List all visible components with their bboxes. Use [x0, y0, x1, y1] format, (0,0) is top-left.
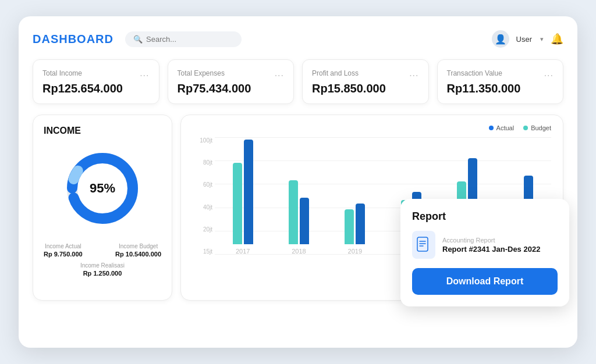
stat-value-income: Rp125.654.000 [42, 82, 123, 95]
legend-budget: Budget [523, 124, 551, 131]
stat-menu-transaction[interactable]: ... [544, 68, 554, 78]
header-right: 👤 User ▾ 🔔 [492, 30, 563, 48]
bar-group-2019: 2019 [327, 128, 383, 255]
y-label-40: 40jt [193, 204, 215, 210]
bottom-section: INCOME 95% Income Actual Rp 9.750.000 [33, 115, 563, 301]
income-title: INCOME [44, 126, 81, 136]
bar-group-2018: 2018 [271, 128, 327, 255]
report-item: Accounting Report Report #2341 Jan-Des 2… [412, 231, 558, 259]
dashboard-container: DASHBOARD 🔍 👤 User ▾ 🔔 Total Income ... … [19, 16, 577, 348]
y-label-15: 15jt [193, 248, 215, 255]
income-actual-label: Income Actual [44, 243, 83, 249]
bars-row-2017 [233, 128, 253, 244]
income-realisasi-value: Rp 1.250.000 [80, 270, 125, 277]
stat-label-transaction: Transaction Value [447, 69, 502, 77]
legend-actual-label: Actual [496, 124, 515, 131]
stat-value-transaction: Rp11.350.000 [447, 82, 521, 95]
stat-card-profit: Profit and Loss ... Rp15.850.000 [302, 59, 429, 104]
report-file-icon [412, 231, 435, 259]
income-actual-stat: Income Actual Rp 9.750.000 [44, 243, 83, 258]
y-label-60: 60jt [193, 181, 215, 188]
year-label-2019: 2019 [348, 248, 362, 255]
year-label-2018: 2018 [292, 248, 306, 255]
bars-row-2019 [345, 128, 365, 244]
actual-dot [489, 126, 494, 130]
bar-group-2017: 2017 [215, 128, 271, 255]
income-stats: Income Actual Rp 9.750.000 Income Budget… [44, 243, 161, 258]
stat-menu-income[interactable]: ... [140, 68, 149, 78]
chevron-down-icon[interactable]: ▾ [540, 35, 544, 43]
income-budget-value: Rp 10.5400.000 [115, 251, 161, 258]
stat-value-profit: Rp15.850.000 [312, 82, 386, 95]
stat-label-profit: Profit and Loss [312, 69, 359, 77]
income-realisasi: Income Realisasi Rp 1.250.000 [80, 262, 125, 277]
dashboard-title: DASHBOARD [33, 33, 113, 46]
bar-budget-2018 [289, 180, 298, 244]
bar-actual-2017 [244, 140, 253, 244]
income-realisasi-label: Income Realisasi [80, 262, 125, 269]
income-budget-label: Income Budget [115, 243, 161, 249]
income-actual-value: Rp 9.750.000 [44, 251, 83, 258]
download-report-button[interactable]: Download Report [412, 268, 558, 295]
search-icon: 🔍 [133, 35, 143, 44]
search-input[interactable] [146, 35, 228, 44]
svg-rect-3 [417, 237, 428, 251]
y-axis: 100jt 80jt 60jt 40jt 20jt 15jt [193, 137, 215, 255]
bars-row-2018 [289, 128, 309, 244]
header: DASHBOARD 🔍 👤 User ▾ 🔔 [33, 30, 563, 48]
stat-label-expenses: Total Expenses [178, 69, 225, 77]
report-sub-label: Accounting Report [442, 237, 540, 244]
stat-card-income: Total Income ... Rp125.654.000 [33, 59, 159, 104]
budget-dot [523, 126, 528, 130]
stat-card-expenses: Total Expenses ... Rp75.434.000 [168, 59, 295, 104]
stat-menu-expenses[interactable]: ... [275, 68, 284, 78]
report-popup-title: Report [412, 210, 558, 223]
user-icon: 👤 [495, 34, 506, 45]
report-name: Report #2341 Jan-Des 2022 [442, 245, 540, 254]
user-avatar: 👤 [492, 30, 509, 48]
stat-value-expenses: Rp75.434.000 [178, 82, 251, 95]
income-card: INCOME 95% Income Actual Rp 9.750.000 [33, 115, 172, 301]
report-info: Accounting Report Report #2341 Jan-Des 2… [442, 237, 540, 254]
bar-budget-2017 [233, 163, 242, 244]
stat-cards: Total Income ... Rp125.654.000 Total Exp… [33, 59, 563, 104]
stat-card-transaction: Transaction Value ... Rp11.350.000 [437, 59, 564, 104]
notification-icon[interactable]: 🔔 [551, 33, 563, 45]
user-name: User [516, 35, 532, 44]
y-label-100: 100jt [193, 137, 215, 144]
search-bar[interactable]: 🔍 [125, 31, 242, 47]
donut-chart: 95% [62, 148, 143, 229]
income-budget-stat: Income Budget Rp 10.5400.000 [115, 243, 161, 258]
bar-actual-2019 [356, 204, 365, 244]
report-popup: Report Accounting Report Report #2341 Ja… [400, 199, 569, 306]
donut-percent: 95% [90, 181, 115, 196]
stat-label-income: Total Income [42, 69, 82, 77]
y-label-80: 80jt [193, 159, 215, 166]
stat-menu-profit[interactable]: ... [409, 68, 418, 78]
y-label-20: 20jt [193, 226, 215, 233]
legend-actual: Actual [489, 124, 515, 131]
year-label-2017: 2017 [236, 248, 250, 255]
bar-actual-2018 [300, 198, 309, 244]
bar-budget-2019 [345, 209, 354, 244]
legend-budget-label: Budget [531, 124, 551, 131]
